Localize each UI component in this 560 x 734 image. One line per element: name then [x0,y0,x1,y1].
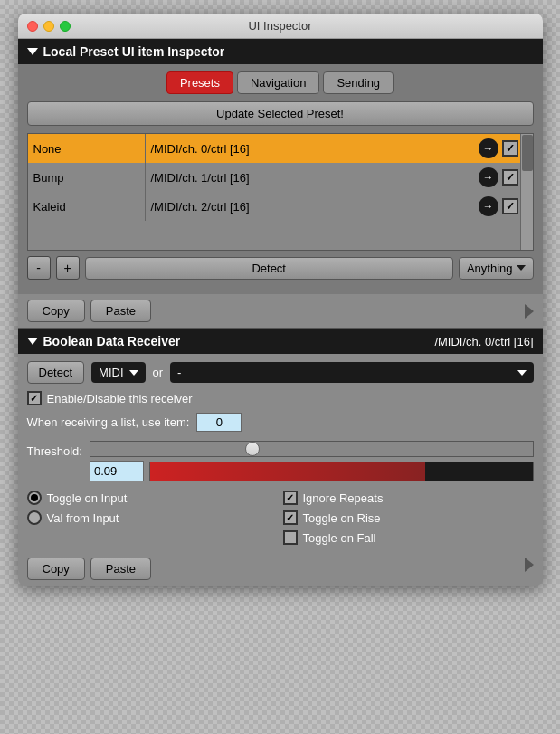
tab-row: Presets Navigation Sending [27,71,534,94]
preset-check-kaleid[interactable] [502,198,518,214]
preset-path-kaleid: /MIDI/ch. 2/ctrl [16] [146,192,479,221]
radio-toggle-input-circle[interactable] [27,491,42,505]
detect-button2[interactable]: Detect [27,361,85,384]
checkbox-toggle-rise: Toggle on Rise [283,510,534,525]
scrollbar-thumb[interactable] [522,135,533,171]
radio-val-input: Val from Input [27,510,278,525]
bool-section-title: Boolean Data Receiver [43,334,181,348]
bottom-controls: - + Detect Anything [27,256,534,280]
collapse-right-icon2[interactable] [525,558,534,572]
list-item-label: When receiving a list, use item: [27,415,190,429]
slider-thumb[interactable] [245,442,260,456]
update-preset-button[interactable]: Update Selected Preset! [27,101,534,126]
detect-midi-row: Detect MIDI or - [27,361,534,384]
copy-paste-row2: Copy Paste [18,552,543,586]
tab-navigation[interactable]: Navigation [237,71,319,94]
progress-fill [150,462,425,481]
radio-val-input-circle[interactable] [27,510,42,525]
or-label: or [153,366,164,379]
detect-button[interactable]: Detect [85,257,453,280]
progress-bar-container [90,461,534,481]
checkbox-ignore-repeats-label: Ignore Repeats [303,491,384,505]
anything-dropdown-arrow [517,265,526,271]
dash-dropdown-arrow [517,370,527,376]
options-empty [27,530,278,545]
checkbox-toggle-fall-box[interactable] [283,530,298,545]
close-button[interactable] [27,21,38,32]
preset-row-bump[interactable]: Bump /MIDI/ch. 1/ctrl [16] [28,163,520,192]
progress-bar [149,462,534,481]
add-preset-button[interactable]: + [56,256,80,280]
threshold-right [90,441,534,481]
bool-collapse-icon[interactable] [27,338,38,345]
tab-presets[interactable]: Presets [166,71,233,94]
midi-dropdown[interactable]: MIDI [91,362,145,383]
anything-dropdown[interactable]: Anything [459,257,534,280]
checkbox-toggle-fall: Toggle on Fall [283,530,534,545]
enable-checkbox-row: Enable/Disable this receiver [27,391,534,405]
radio-toggle-input: Toggle on Input [27,491,278,505]
section1-body: Presets Navigation Sending Update Select… [18,64,543,294]
checkbox-toggle-rise-box[interactable] [283,510,298,525]
preset-check-none[interactable] [502,140,518,157]
radio-val-input-label: Val from Input [47,511,119,525]
threshold-label: Threshold: [27,441,82,458]
copy-button2[interactable]: Copy [27,558,85,580]
preset-row-kaleid[interactable]: Kaleid /MIDI/ch. 2/ctrl [16] [28,192,520,221]
dash-dropdown[interactable]: - [170,362,533,383]
title-bar: UI Inspector [18,14,543,39]
list-item-row: When receiving a list, use item: [27,413,534,432]
list-item-input[interactable] [196,413,242,432]
preset-path-none: /MIDI/ch. 0/ctrl [16] [146,134,479,163]
slider-track[interactable] [90,441,534,457]
preset-path-bump: /MIDI/ch. 1/ctrl [16] [146,163,479,192]
radio-toggle-input-label: Toggle on Input [47,491,128,505]
bool-section-path: /MIDI/ch. 0/ctrl [16] [434,335,533,348]
remove-preset-button[interactable]: - [27,256,51,280]
copy-paste-row1: Copy Paste [18,294,543,328]
options-grid: Toggle on Input Ignore Repeats Val from … [27,491,534,545]
section1-title: Local Preset UI item Inspector [43,44,225,59]
midi-dropdown-arrow [129,370,138,376]
scrollbar[interactable] [520,134,533,250]
preset-name-bump: Bump [28,163,146,192]
bool-body: Detect MIDI or - Enable/Disable this rec… [18,354,543,552]
preset-name-none: None [28,134,146,163]
preset-check-bump[interactable] [502,169,518,186]
preset-row-none[interactable]: None /MIDI/ch. 0/ctrl [16] [28,134,520,163]
section1-header: Local Preset UI item Inspector [18,39,543,64]
maximize-button[interactable] [60,21,71,32]
window-title: UI Inspector [248,19,311,33]
copy-button1[interactable]: Copy [27,300,85,322]
collapse-icon[interactable] [27,48,38,55]
checkbox-toggle-rise-label: Toggle on Rise [303,511,381,525]
threshold-row: Threshold: [27,441,534,481]
preset-arrow-none[interactable] [479,138,498,158]
main-window: UI Inspector Local Preset UI item Inspec… [18,14,543,586]
preset-list: None /MIDI/ch. 0/ctrl [16] Bump /MIDI/ch… [27,133,534,251]
checkbox-toggle-fall-label: Toggle on Fall [303,531,376,545]
checkbox-ignore-repeats-box[interactable] [283,491,298,505]
minimize-button[interactable] [43,21,54,32]
traffic-lights [27,21,71,32]
enable-label: Enable/Disable this receiver [47,392,193,405]
paste-button1[interactable]: Paste [90,300,151,322]
collapse-right-icon[interactable] [525,304,534,319]
paste-button2[interactable]: Paste [90,558,151,580]
tab-sending[interactable]: Sending [323,71,394,94]
checkbox-ignore-repeats: Ignore Repeats [283,491,534,505]
preset-arrow-kaleid[interactable] [479,196,498,216]
preset-arrow-bump[interactable] [479,167,498,187]
bool-section-header: Boolean Data Receiver /MIDI/ch. 0/ctrl [… [18,329,543,354]
threshold-input[interactable] [90,461,144,481]
enable-checkbox[interactable] [27,391,42,405]
preset-table: None /MIDI/ch. 0/ctrl [16] Bump /MIDI/ch… [28,134,520,250]
preset-name-kaleid: Kaleid [28,192,146,221]
